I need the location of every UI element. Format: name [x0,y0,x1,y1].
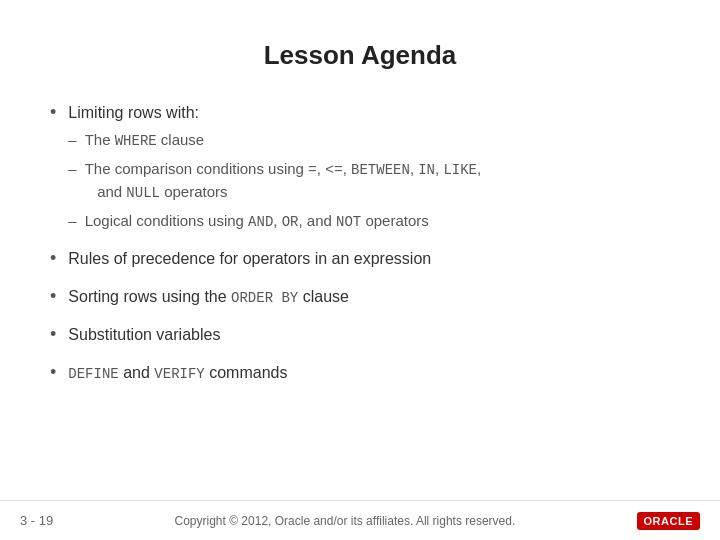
bullet-item-1: • Limiting rows with: – The WHERE clause… [50,101,670,233]
bullet-dot-3: • [50,286,56,307]
sub-text-1-3: Logical conditions using AND, OR, and NO… [85,210,429,233]
bullet-text-3: Sorting rows using the ORDER BY clause [68,285,349,309]
footer: 3 - 19 Copyright © 2012, Oracle and/or i… [0,500,720,540]
bullet-text-1: Limiting rows with: [68,101,481,125]
sub-dash-1-3: – [68,210,76,233]
slide-container: Lesson Agenda • Limiting rows with: – Th… [0,0,720,540]
footer-copyright: Copyright © 2012, Oracle and/or its affi… [175,514,516,528]
footer-page: 3 - 19 [20,513,53,528]
sub-item-1-1: – The WHERE clause [68,129,481,152]
bullet-dot-2: • [50,248,56,269]
bullet-text-4: Substitution variables [68,323,220,347]
bullet-dot-1: • [50,102,56,123]
slide-title: Lesson Agenda [50,40,670,71]
sub-item-1-3: – Logical conditions using AND, OR, and … [68,210,481,233]
bullet-item-3: • Sorting rows using the ORDER BY clause [50,285,670,309]
content-area: • Limiting rows with: – The WHERE clause… [50,101,670,490]
bullet-text-2: Rules of precedence for operators in an … [68,247,431,271]
bullet-content-1: Limiting rows with: – The WHERE clause –… [68,101,481,233]
sub-text-1-1: The WHERE clause [85,129,205,152]
bullet-item-2: • Rules of precedence for operators in a… [50,247,670,271]
bullet-item-5: • DEFINE and VERIFY commands [50,361,670,385]
sub-text-1-2: The comparison conditions using =, <=, B… [85,158,482,204]
bullet-item-4: • Substitution variables [50,323,670,347]
oracle-logo: ORACLE [637,512,700,530]
oracle-logo-text: ORACLE [637,512,700,530]
bullet-dot-5: • [50,362,56,383]
sub-dash-1-2: – [68,158,76,181]
bullet-dot-4: • [50,324,56,345]
sub-items-1: – The WHERE clause – The comparison cond… [68,129,481,233]
sub-item-1-2: – The comparison conditions using =, <=,… [68,158,481,204]
bullet-text-5: DEFINE and VERIFY commands [68,361,287,385]
sub-dash-1-1: – [68,129,76,152]
